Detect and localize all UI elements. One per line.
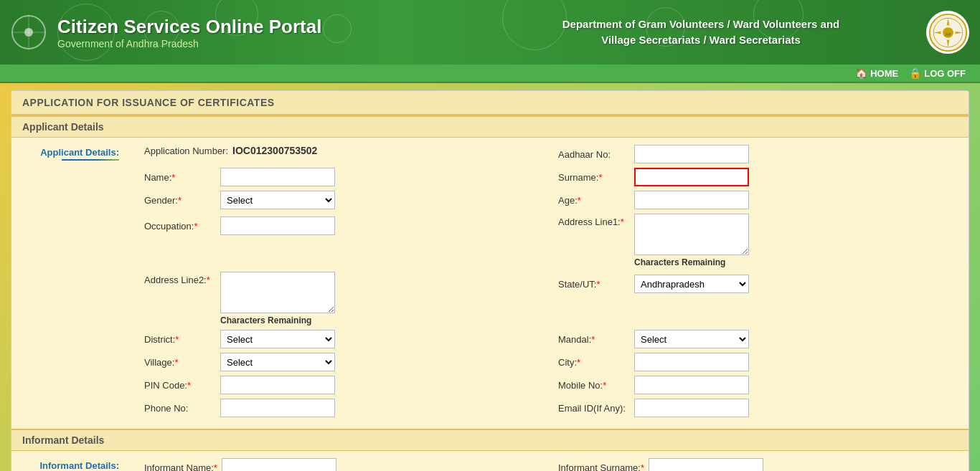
page-title-bar: APPLICATION FOR ISSUANCE OF CERTIFICATES bbox=[11, 91, 969, 115]
applicant-section-label: Applicant Details bbox=[22, 121, 104, 133]
col-village: Village:* Select bbox=[144, 353, 544, 371]
applicant-section: Applicant Details Applicant Details: App… bbox=[11, 115, 969, 429]
informant-subsection-wrapper: Informant Details: Informant Name:* Info… bbox=[11, 455, 969, 471]
phone-label: Phone No: bbox=[144, 403, 216, 414]
email-label: Email ID(If Any): bbox=[558, 403, 630, 414]
row-application: Application Number: IOC012300753502 Aadh… bbox=[144, 145, 958, 163]
mandal-select[interactable]: Select bbox=[634, 330, 749, 348]
aadhaar-input[interactable] bbox=[634, 145, 749, 163]
mobile-label: Mobile No:* bbox=[558, 380, 630, 391]
header-text: Citizen Services Online Portal Governmen… bbox=[57, 16, 486, 49]
svg-text:AP: AP bbox=[945, 32, 951, 37]
address2-chars-remaining: Characters Remaining bbox=[220, 315, 311, 325]
col-address1: Address Line1:* Characters Remaining bbox=[544, 214, 958, 267]
inf-name-input[interactable] bbox=[222, 458, 336, 471]
col-pincode: PIN Code:* bbox=[144, 376, 544, 394]
dept-line2: Village Secretariats / Ward Secretariats bbox=[486, 32, 915, 49]
col-state: State/UT:* Andhrapradesh Telangana Karna… bbox=[544, 272, 958, 293]
gender-select[interactable]: Select Male Female Other bbox=[220, 191, 335, 209]
informant-form-area: Informant Details: Informant Name:* Info… bbox=[11, 451, 969, 471]
state-label: State/UT:* bbox=[558, 279, 630, 290]
col-gender: Gender:* Select Male Female Other bbox=[144, 191, 544, 209]
address1-label: Address Line1:* bbox=[558, 214, 630, 227]
col-city: City:* bbox=[544, 353, 958, 371]
applicant-subsection-title-col: Applicant Details: bbox=[11, 141, 133, 166]
app-number-label: Application Number: bbox=[144, 146, 228, 156]
informant-section: Informant Details Informant Details: Inf… bbox=[11, 429, 969, 471]
col-mobile: Mobile No:* bbox=[544, 376, 958, 394]
col-address2: Address Line2:* Characters Remaining bbox=[144, 272, 544, 325]
village-label: Village:* bbox=[144, 357, 216, 368]
col-email: Email ID(If Any): bbox=[544, 399, 958, 417]
age-input[interactable] bbox=[634, 191, 749, 209]
surname-input[interactable] bbox=[634, 168, 749, 186]
logoff-nav[interactable]: 🔒 LOG OFF bbox=[909, 67, 966, 79]
phone-input[interactable] bbox=[220, 399, 335, 417]
row-district: District:* Select Mandal:* Select bbox=[144, 330, 958, 348]
occupation-label: Occupation:* bbox=[144, 221, 216, 232]
row-gender: Gender:* Select Male Female Other Age:* bbox=[144, 191, 958, 209]
address1-textarea[interactable] bbox=[634, 214, 749, 255]
dept-info: Department of Gram Volunteers / Ward Vol… bbox=[486, 16, 915, 49]
home-nav[interactable]: 🏠 HOME bbox=[855, 67, 898, 79]
col-district: District:* Select bbox=[144, 330, 544, 348]
left-logo bbox=[11, 14, 47, 50]
lock-icon: 🔒 bbox=[909, 67, 921, 79]
portal-subtitle: Government of Andhra Pradesh bbox=[57, 38, 486, 49]
row-occupation: Occupation:* Address Line1:* Characters … bbox=[144, 214, 958, 267]
home-icon: 🏠 bbox=[855, 67, 867, 79]
email-input[interactable] bbox=[634, 399, 749, 417]
col-aadhaar: Aadhaar No: bbox=[544, 145, 958, 163]
row-phone: Phone No: Email ID(If Any): bbox=[144, 399, 958, 417]
village-select[interactable]: Select bbox=[220, 353, 335, 371]
navbar: 🏠 HOME 🔒 LOG OFF bbox=[0, 65, 980, 83]
col-phone: Phone No: bbox=[144, 399, 544, 417]
inf-name-label: Informant Name:* bbox=[144, 462, 217, 472]
city-input[interactable] bbox=[634, 353, 749, 371]
pincode-label: PIN Code:* bbox=[144, 380, 216, 391]
informant-section-header: Informant Details bbox=[11, 429, 969, 451]
informant-section-label: Informant Details bbox=[22, 434, 104, 446]
main-content: APPLICATION FOR ISSUANCE OF CERTIFICATES… bbox=[11, 90, 969, 471]
surname-label: Surname:* bbox=[558, 172, 630, 183]
portal-title: Citizen Services Online Portal bbox=[57, 16, 486, 38]
dept-line1: Department of Gram Volunteers / Ward Vol… bbox=[486, 16, 915, 33]
state-select[interactable]: Andhrapradesh Telangana Karnataka Tamil … bbox=[634, 275, 749, 293]
district-label: District:* bbox=[144, 334, 216, 345]
row-village: Village:* Select City:* bbox=[144, 353, 958, 371]
col-age: Age:* bbox=[544, 191, 958, 209]
name-label: Name:* bbox=[144, 172, 216, 183]
pincode-input[interactable] bbox=[220, 376, 335, 394]
mobile-input[interactable] bbox=[634, 376, 749, 394]
row-name: Name:* Surname:* bbox=[144, 168, 958, 186]
gender-label: Gender:* bbox=[144, 195, 216, 206]
informant-form-body: Informant Name:* Informant Surname:* Rel… bbox=[133, 455, 969, 471]
col-inf-name: Informant Name:* bbox=[144, 458, 544, 471]
applicant-form-area: Applicant Details: Application Number: I… bbox=[11, 138, 969, 429]
mandal-label: Mandal:* bbox=[558, 334, 630, 345]
city-label: City:* bbox=[558, 357, 630, 368]
applicant-form-body: Application Number: IOC012300753502 Aadh… bbox=[133, 141, 969, 425]
row-inf-name: Informant Name:* Informant Surname:* bbox=[144, 458, 958, 471]
inf-surname-label: Informant Surname:* bbox=[558, 462, 644, 472]
address2-textarea[interactable] bbox=[220, 272, 335, 313]
col-surname: Surname:* bbox=[544, 168, 958, 186]
col-inf-surname: Informant Surname:* bbox=[544, 458, 958, 471]
applicant-section-header: Applicant Details bbox=[11, 115, 969, 138]
inf-surname-input[interactable] bbox=[649, 458, 763, 471]
page-title: APPLICATION FOR ISSUANCE OF CERTIFICATES bbox=[22, 97, 275, 108]
subsection-underline bbox=[62, 159, 119, 161]
row-pincode: PIN Code:* Mobile No:* bbox=[144, 376, 958, 394]
age-label: Age:* bbox=[558, 195, 630, 206]
applicant-subsection-label: Applicant Details: bbox=[11, 147, 126, 159]
district-select[interactable]: Select bbox=[220, 330, 335, 348]
aadhaar-label: Aadhaar No: bbox=[558, 149, 630, 160]
address1-chars-remaining: Characters Remaining bbox=[634, 257, 725, 267]
informant-subsection-title-col: Informant Details: bbox=[11, 455, 133, 471]
col-mandal: Mandal:* Select bbox=[544, 330, 958, 348]
occupation-input[interactable] bbox=[220, 217, 335, 235]
name-input[interactable] bbox=[220, 168, 335, 186]
header: Citizen Services Online Portal Governmen… bbox=[0, 0, 980, 65]
app-number-value: IOC012300753502 bbox=[232, 145, 317, 156]
col-occupation: Occupation:* bbox=[144, 214, 544, 235]
